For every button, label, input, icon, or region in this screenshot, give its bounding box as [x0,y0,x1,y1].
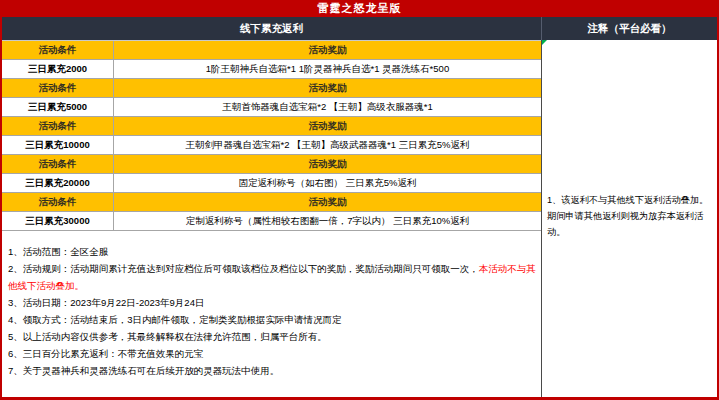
condition-cell: 三日累充5000 [2,98,114,116]
condition-cell: 三日累充2000 [2,60,114,78]
note-text: 7、关于灵器神兵和灵器洗练石可在后续开放的灵器玩法中使用。 [8,365,279,376]
condition-cell: 三日累充30000 [2,212,114,230]
reward-header-cell: 活动奖励 [114,41,541,59]
table-row: 三日累充20000 固定返利称号（如右图） 三日累充5%返利 [2,174,541,193]
reward-cell: 固定返利称号（如右图） 三日累充5%返利 [114,174,541,192]
note-text: 3、活动日期：2023年9月22日-2023年9月24日 [8,297,204,308]
section-header-row: 线下累充返利 注释（平台必看） [2,17,717,40]
table-row: 三日累充10000 王朝剑甲器魂自选宝箱*2 【王朝】高级武器器魂*1 三日累充… [2,136,541,155]
table-header-row: 活动条件 活动奖励 [2,41,541,60]
note-line: 1、活动范围：全区全服 [8,243,537,260]
reward-header-cell: 活动奖励 [114,193,541,211]
left-section-header: 线下累充返利 [2,17,542,40]
reward-header-cell: 活动奖励 [114,79,541,97]
sheet-body: 活动条件 活动奖励 三日累充2000 1阶王朝神兵自选箱*1 1阶灵器神兵自选*… [2,40,717,397]
note-text: 2、活动规则：活动期间累计充值达到对应档位后可领取该档位及档位以下的奖励，奖励活… [8,263,479,274]
condition-header-cell: 活动条件 [2,117,114,135]
note-text: 4、领取方式：活动结束后，3日内邮件领取，定制类奖励根据实际申请情况而定 [8,314,342,325]
reward-cell: 定制返利称号（属性相较右图翻一倍，7字以内） 三日累充10%返利 [114,212,541,230]
table-row: 三日累充30000 定制返利称号（属性相较右图翻一倍，7字以内） 三日累充10%… [2,212,541,231]
note-line: 5、以上活动内容仅供参考，其最终解释权在法律允许范围，归属平台所有。 [8,328,537,345]
promo-sheet: 雷霆之怒龙呈版 线下累充返利 注释（平台必看） 活动条件 活动奖励 三日累充20… [0,0,719,400]
condition-header-cell: 活动条件 [2,41,114,59]
condition-header-cell: 活动条件 [2,155,114,173]
table-header-row: 活动条件 活动奖励 [2,117,541,136]
table-row: 三日累充2000 1阶王朝神兵自选箱*1 1阶灵器神兵自选*1 灵器洗练石*50… [2,60,541,79]
note-line: 4、领取方式：活动结束后，3日内邮件领取，定制类奖励根据实际申请情况而定 [8,311,537,328]
note-text: 1、活动范围：全区全服 [8,246,108,257]
reward-cell: 王朝首饰器魂自选宝箱*2 【王朝】高级衣服器魂*1 [114,98,541,116]
note-text: 6、三日百分比累充返利：不带充值效果的元宝 [8,348,203,359]
reward-header-cell: 活动奖励 [114,155,541,173]
condition-cell: 三日累充10000 [2,136,114,154]
table-row: 三日累充5000 王朝首饰器魂自选宝箱*2 【王朝】高级衣服器魂*1 [2,98,541,117]
table-header-row: 活动条件 活动奖励 [2,193,541,212]
table-header-row: 活动条件 活动奖励 [2,155,541,174]
note-line: 6、三日百分比累充返利：不带充值效果的元宝 [8,345,537,362]
reward-header-cell: 活动奖励 [114,117,541,135]
annotation-note: 1、该返利不与其他线下返利活动叠加。期间申请其他返利则视为放弃本返利活动。 [542,192,717,240]
note-line: 7、关于灵器神兵和灵器洗练石可在后续开放的灵器玩法中使用。 [8,362,537,379]
note-line: 2、活动规则：活动期间累计充值达到对应档位后可领取该档位及档位以下的奖励，奖励活… [8,260,537,294]
reward-cell: 1阶王朝神兵自选箱*1 1阶灵器神兵自选*1 灵器洗练石*500 [114,60,541,78]
table-header-row: 活动条件 活动奖励 [2,79,541,98]
note-text: 5、以上活动内容仅供参考，其最终解释权在法律允许范围，归属平台所有。 [8,331,327,342]
condition-cell: 三日累充20000 [2,174,114,192]
condition-header-cell: 活动条件 [2,79,114,97]
rewards-section: 活动条件 活动奖励 三日累充2000 1阶王朝神兵自选箱*1 1阶灵器神兵自选*… [2,40,542,397]
rewards-table: 活动条件 活动奖励 三日累充2000 1阶王朝神兵自选箱*1 1阶灵器神兵自选*… [2,40,541,231]
rules-notes-list: 1、活动范围：全区全服 2、活动规则：活动期间累计充值达到对应档位后可领取该档位… [2,231,541,379]
cell-comment-marker-icon [542,40,547,45]
reward-cell: 王朝剑甲器魂自选宝箱*2 【王朝】高级武器器魂*1 三日累充5%返利 [114,136,541,154]
right-section-header: 注释（平台必看） [542,17,717,40]
note-line: 3、活动日期：2023年9月22日-2023年9月24日 [8,294,537,311]
page-title: 雷霆之怒龙呈版 [2,0,717,17]
condition-header-cell: 活动条件 [2,193,114,211]
annotation-panel: 1、该返利不与其他线下返利活动叠加。期间申请其他返利则视为放弃本返利活动。 [542,40,717,397]
